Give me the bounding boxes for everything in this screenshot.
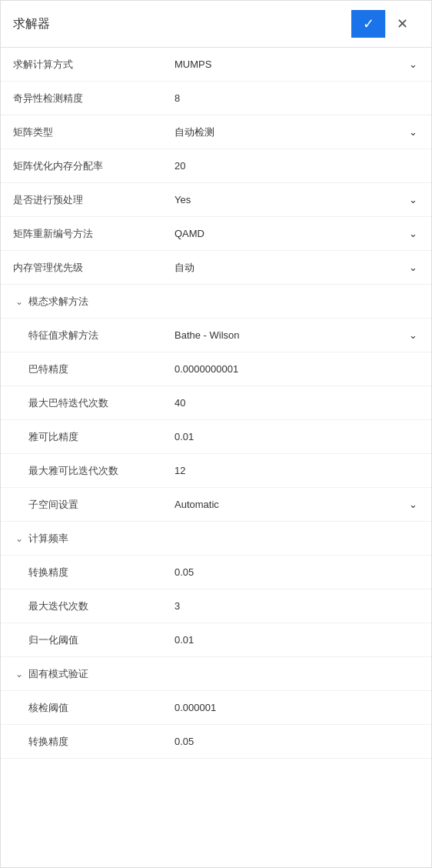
row-memory-priority: 内存管理优先级自动⌄	[1, 251, 431, 285]
value-matrix-type: 自动检测	[174, 125, 214, 139]
chevron-down-icon-matrix-type: ⌄	[407, 126, 419, 139]
label-singularity-precision: 奇异性检测精度	[13, 92, 174, 105]
label-jacobi-precision: 雅可比精度	[28, 430, 174, 444]
row-normalize-threshold: 归一化阈值0.01	[1, 623, 431, 657]
label-subspace: 子空间设置	[28, 498, 174, 512]
value-solver-method: MUMPS	[174, 58, 211, 70]
chevron-down-icon-memory-priority: ⌄	[407, 262, 419, 274]
label-eigenvalue-method: 特征值求解方法	[28, 329, 174, 342]
row-preprocess: 是否进行预处理Yes⌄	[1, 183, 431, 217]
chevron-down-icon-eigenvalue-method: ⌄	[407, 329, 419, 342]
value-bathe-precision: 0.0000000001	[174, 363, 419, 375]
value-memory-priority: 自动	[174, 261, 194, 275]
label-solver-method: 求解计算方式	[13, 58, 174, 72]
row-singularity-precision: 奇异性检测精度8	[1, 82, 431, 115]
value-container-preprocess[interactable]: Yes⌄	[174, 194, 419, 206]
label-convert-precision2: 转换精度	[28, 735, 174, 749]
label-memory-priority: 内存管理优先级	[13, 261, 174, 275]
value-singularity-precision: 8	[174, 92, 419, 104]
label-matrix-type: 矩阵类型	[13, 125, 174, 139]
value-container-solver-method[interactable]: MUMPS⌄	[174, 58, 419, 71]
value-convert-precision: 0.05	[174, 566, 419, 578]
section3-rows: 核检阈值0.000001转换精度0.05	[1, 691, 431, 759]
label-check-threshold: 核检阈值	[28, 701, 174, 715]
section2-header[interactable]: ⌄ 计算频率	[1, 522, 431, 556]
row-jacobi-precision: 雅可比精度0.01	[1, 420, 431, 454]
section2-rows: 转换精度0.05最大迭代次数3归一化阈值0.01	[1, 556, 431, 657]
content: 求解计算方式MUMPS⌄奇异性检测精度8矩阵类型自动检测⌄矩阵优化内存分配率20…	[1, 48, 431, 759]
value-container-matrix-type[interactable]: 自动检测⌄	[174, 125, 419, 139]
section2-collapse-icon: ⌄	[13, 532, 25, 545]
value-jacobi-precision: 0.01	[174, 431, 419, 442]
top-rows: 求解计算方式MUMPS⌄奇异性检测精度8矩阵类型自动检测⌄矩阵优化内存分配率20…	[1, 48, 431, 285]
section1-title: 模态求解方法	[28, 295, 88, 309]
row-bathe-precision: 巴特精度0.0000000001	[1, 352, 431, 386]
label-bathe-precision: 巴特精度	[28, 362, 174, 376]
label-normalize-threshold: 归一化阈值	[28, 633, 174, 647]
chevron-down-icon-matrix-renumber: ⌄	[407, 228, 419, 240]
section3-collapse-icon: ⌄	[13, 668, 25, 680]
value-container-eigenvalue-method[interactable]: Bathe - Wilson⌄	[174, 329, 419, 342]
section3-header[interactable]: ⌄ 固有模式验证	[1, 657, 431, 691]
label-preprocess: 是否进行预处理	[13, 193, 174, 207]
label-matrix-memory: 矩阵优化内存分配率	[13, 159, 174, 173]
dialog: 求解器 ✓ ✕ 求解计算方式MUMPS⌄奇异性检测精度8矩阵类型自动检测⌄矩阵优…	[0, 0, 432, 868]
value-check-threshold: 0.000001	[174, 702, 419, 713]
row-convert-precision2: 转换精度0.05	[1, 725, 431, 759]
section1-collapse-icon: ⌄	[13, 295, 25, 308]
value-eigenvalue-method: Bathe - Wilson	[174, 329, 240, 341]
value-container-subspace[interactable]: Automatic⌄	[174, 499, 419, 511]
chevron-down-icon-solver-method: ⌄	[407, 58, 419, 71]
section3-title: 固有模式验证	[28, 667, 88, 681]
label-max-bathe-iter: 最大巴特迭代次数	[28, 396, 174, 410]
row-matrix-memory: 矩阵优化内存分配率20	[1, 149, 431, 183]
row-matrix-type: 矩阵类型自动检测⌄	[1, 115, 431, 149]
value-subspace: Automatic	[174, 499, 219, 510]
row-max-jacobi-iter: 最大雅可比迭代次数12	[1, 454, 431, 488]
chevron-down-icon-subspace: ⌄	[407, 499, 419, 511]
value-preprocess: Yes	[174, 194, 191, 205]
dialog-title: 求解器	[13, 16, 50, 32]
value-max-jacobi-iter: 12	[174, 465, 419, 476]
header: 求解器 ✓ ✕	[1, 1, 431, 48]
label-matrix-renumber: 矩阵重新编号方法	[13, 227, 174, 241]
value-normalize-threshold: 0.01	[174, 634, 419, 646]
value-matrix-memory: 20	[174, 160, 419, 172]
label-convert-precision: 转换精度	[28, 566, 174, 579]
chevron-down-icon-preprocess: ⌄	[407, 194, 419, 206]
label-max-jacobi-iter: 最大雅可比迭代次数	[28, 464, 174, 478]
close-button[interactable]: ✕	[385, 10, 419, 38]
section1-header[interactable]: ⌄ 模态求解方法	[1, 285, 431, 319]
row-eigenvalue-method: 特征值求解方法Bathe - Wilson⌄	[1, 319, 431, 352]
label-max-iter: 最大迭代次数	[28, 599, 174, 613]
value-max-bathe-iter: 40	[174, 397, 419, 409]
value-container-matrix-renumber[interactable]: QAMD⌄	[174, 228, 419, 240]
header-actions: ✓ ✕	[351, 10, 419, 38]
value-max-iter: 3	[174, 600, 419, 612]
row-matrix-renumber: 矩阵重新编号方法QAMD⌄	[1, 217, 431, 251]
row-convert-precision: 转换精度0.05	[1, 556, 431, 589]
row-solver-method: 求解计算方式MUMPS⌄	[1, 48, 431, 82]
row-subspace: 子空间设置Automatic⌄	[1, 488, 431, 522]
section1-rows: 特征值求解方法Bathe - Wilson⌄巴特精度0.0000000001最大…	[1, 319, 431, 522]
row-max-bathe-iter: 最大巴特迭代次数40	[1, 386, 431, 420]
confirm-button[interactable]: ✓	[351, 10, 385, 38]
row-check-threshold: 核检阈值0.000001	[1, 691, 431, 725]
row-max-iter: 最大迭代次数3	[1, 589, 431, 623]
value-matrix-renumber: QAMD	[174, 228, 204, 239]
value-container-memory-priority[interactable]: 自动⌄	[174, 261, 419, 275]
value-convert-precision2: 0.05	[174, 736, 419, 747]
section2-title: 计算频率	[28, 532, 68, 546]
